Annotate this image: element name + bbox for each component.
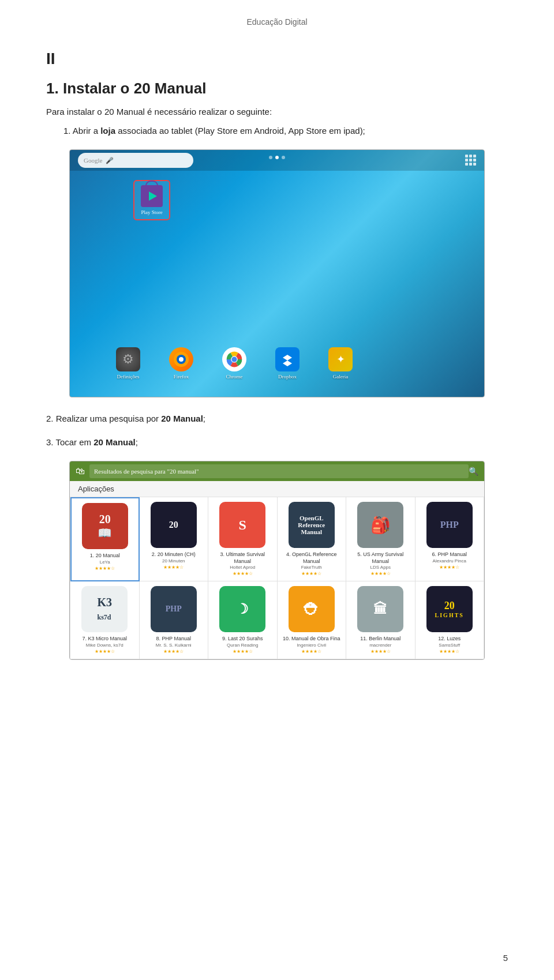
- app-stars-luzes: ★★★★☆: [439, 649, 459, 654]
- google-search-bar: Google 🎤: [78, 153, 193, 168]
- app-cell-20manual[interactable]: 20 📖 1. 20 Manual LeYa ★★★★☆: [70, 497, 140, 581]
- firefox-dock-icon[interactable]: Firefox: [169, 347, 193, 380]
- search-top-bar: 🛍 Resultados de pesquisa para "20 manual…: [70, 461, 484, 481]
- play-triangle: [149, 192, 157, 201]
- results-section-header: Aplicações: [70, 481, 484, 497]
- app-author-luzes: SamsStuff: [439, 643, 460, 648]
- grid-dot: [473, 163, 476, 166]
- definicoes-dock-icon[interactable]: ⚙ Definições: [116, 347, 140, 380]
- app-cell-php[interactable]: PHP 6. PHP Manual Alexandru Pinca ★★★★☆: [415, 497, 485, 581]
- step-1-text: 1. Abrir a loja associada ao tablet (Pla…: [63, 126, 508, 136]
- definicoes-icon-img: ⚙: [116, 347, 140, 371]
- app-icon-survival: S: [219, 502, 265, 548]
- app-cell-opengl[interactable]: OpenGLReferenceManual 4. OpenGL Referenc…: [278, 497, 347, 581]
- app-name-usarmy: 5. US Army Survival Manual: [350, 551, 411, 565]
- app-author-berlin: macrender: [369, 643, 391, 648]
- play-store-bag-icon: [141, 185, 163, 207]
- app-cell-usarmy[interactable]: 🎒 5. US Army Survival Manual LDS Apps ★★…: [346, 497, 415, 581]
- app-stars-phpmanual: ★★★★☆: [163, 649, 184, 654]
- app-stars-berlin: ★★★★☆: [370, 649, 391, 654]
- app-cell-berlin[interactable]: 🏛 11. Berlin Manual macrender ★★★★☆: [346, 581, 415, 659]
- app-name-k3: 7. K3 Micro Manual: [82, 636, 127, 643]
- app-icon-usarmy: 🎒: [357, 502, 403, 548]
- app-icon-phpmanual: PHP: [151, 586, 197, 632]
- page-number: 5: [503, 953, 508, 963]
- grid-dot: [469, 155, 472, 157]
- search-screen: 🛍 Resultados de pesquisa para "20 manual…: [69, 461, 485, 660]
- svg-point-2: [179, 357, 184, 362]
- apps-grid-icon: [465, 155, 476, 166]
- app-icon-20minuten: 20: [151, 502, 197, 548]
- app-name-obra: 10. Manual de Obra Fina: [283, 636, 340, 643]
- svg-marker-6: [283, 355, 292, 366]
- app-icon-php: PHP: [426, 502, 473, 548]
- app-stars-20manual: ★★★★☆: [95, 566, 115, 571]
- app-stars-usarmy: ★★★★☆: [370, 571, 391, 576]
- intro-text: Para instalar o 20 Manual é necessário r…: [46, 107, 508, 117]
- app-author-opengl: FakeTruth: [301, 565, 322, 570]
- dropbox-dock-icon[interactable]: Dropbox: [275, 347, 300, 380]
- tablet-screen: Google 🎤 Play Store: [69, 149, 485, 397]
- app-cell-luzes[interactable]: 20 LIGHTS 12. Luzes SamsStuff ★★★★☆: [415, 581, 485, 659]
- app-author-obra: Ingeniero Civil: [297, 643, 326, 648]
- app-stars-20minuten: ★★★★☆: [163, 565, 184, 570]
- app-cell-k3[interactable]: K3ks7d 7. K3 Micro Manual Mike Downs, ks…: [70, 581, 140, 659]
- chrome-dock-icon[interactable]: Chrome: [222, 347, 246, 380]
- app-author-usarmy: LDS Apps: [370, 565, 391, 570]
- galeria-label: Galeria: [333, 374, 348, 380]
- app-cell-20minuten[interactable]: 20 2. 20 Minuten (CH) 20 Minuten ★★★★☆: [140, 497, 209, 581]
- definicoes-label: Definições: [117, 374, 140, 380]
- app-name-quran: 9. Last 20 Surahs: [222, 636, 263, 643]
- search-bar: Resultados de pesquisa para "20 manual": [89, 464, 469, 478]
- tablet-top-bar: Google 🎤: [70, 150, 484, 171]
- galeria-icon-img: ✦: [328, 347, 353, 371]
- dropbox-icon-img: [275, 347, 300, 371]
- firefox-icon-img: [169, 347, 193, 371]
- apps-grid-row1: 20 📖 1. 20 Manual LeYa ★★★★☆ 20 2. 20 Mi…: [70, 497, 484, 581]
- app-author-quran: Quran Reading: [227, 643, 258, 648]
- app-stars-survival: ★★★★☆: [233, 571, 253, 576]
- dot-1: [269, 156, 272, 159]
- app-stars-php: ★★★★☆: [439, 565, 459, 570]
- galeria-dock-icon[interactable]: ✦ Galeria: [328, 347, 353, 380]
- step-3-num: 3. Tocar em 20 Manual;: [46, 437, 508, 447]
- app-cell-quran[interactable]: ☽ 9. Last 20 Surahs Quran Reading ★★★★☆: [208, 581, 278, 659]
- app-stars-quran: ★★★★☆: [233, 649, 253, 654]
- grid-dot: [473, 155, 476, 157]
- app-author-php: Alexandru Pinca: [433, 558, 466, 564]
- dot-3: [282, 156, 285, 159]
- grid-dot: [473, 159, 476, 162]
- app-author-20minuten: 20 Minuten: [162, 558, 185, 564]
- section-title: 1. Instalar o 20 Manual: [46, 80, 508, 97]
- app-cell-obra[interactable]: ⛑ 10. Manual de Obra Fina Ingeniero Civi…: [278, 581, 347, 659]
- apps-grid-row2: K3ks7d 7. K3 Micro Manual Mike Downs, ks…: [70, 581, 484, 659]
- app-icon-opengl: OpenGLReferenceManual: [289, 502, 335, 548]
- app-name-20manual: 1. 20 Manual: [90, 553, 120, 560]
- app-icon-20manual: 20 📖: [82, 503, 128, 549]
- grid-dot: [465, 155, 468, 157]
- app-name-opengl: 4. OpenGL Reference Manual: [281, 551, 343, 565]
- app-stars-k3: ★★★★☆: [95, 649, 115, 654]
- tablet-screenshot-container: Google 🎤 Play Store: [46, 149, 508, 397]
- app-cell-survival[interactable]: S 3. Ultimate Survival Manual Holtet Apr…: [208, 497, 278, 581]
- grid-dot: [465, 163, 468, 166]
- app-icon-berlin: 🏛: [357, 586, 403, 632]
- play-store-icon[interactable]: Play Store: [133, 180, 170, 220]
- search-magnifier-icon: 🔍: [469, 467, 478, 476]
- section-number: II: [46, 50, 508, 68]
- app-name-phpmanual: 8. PHP Manual: [156, 636, 191, 643]
- dropbox-label: Dropbox: [278, 374, 297, 380]
- play-store-label: Play Store: [141, 209, 162, 215]
- search-bar-text: Resultados de pesquisa para "20 manual": [94, 468, 199, 475]
- app-author-survival: Holtet Aprod: [230, 565, 255, 570]
- tablet-pagination-dots: [269, 156, 285, 159]
- tablet-dock: ⚙ Definições Firefox: [116, 347, 353, 380]
- app-stars-opengl: ★★★★☆: [301, 571, 321, 576]
- firefox-label: Firefox: [174, 374, 189, 380]
- app-name-berlin: 11. Berlin Manual: [360, 636, 400, 643]
- app-author-20manual: LeYa: [100, 560, 110, 565]
- app-cell-phpmanual[interactable]: PHP 8. PHP Manual Mr. S. S. Kulkarni ★★★…: [140, 581, 209, 659]
- app-name-20minuten: 2. 20 Minuten (CH): [152, 551, 196, 558]
- search-screenshot-container: 🛍 Resultados de pesquisa para "20 manual…: [46, 461, 508, 660]
- page-header: Educação Digital: [46, 17, 508, 27]
